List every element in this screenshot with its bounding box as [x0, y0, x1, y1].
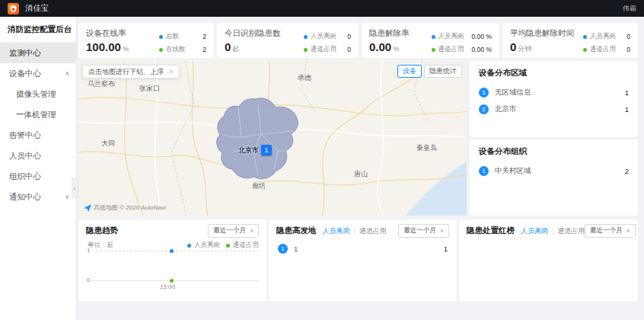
sidebar-item-device-center[interactable]: 设备中心∧ — [0, 63, 76, 84]
metric-value: 2 — [195, 33, 206, 40]
panel-title: 隐患高发地 — [276, 226, 317, 236]
sidebar-item-notification-center[interactable]: 通知中心∨ — [0, 187, 76, 207]
tooltip-close-icon[interactable]: × — [169, 68, 174, 76]
metric-online: 在线数2 — [159, 45, 206, 54]
map-label-chengde: 承德 — [298, 73, 311, 83]
panel-hazard-hotspot: 隐患高发地 人员离岗 | 通道占用 最近一个月∨ 1 1 1 — [269, 219, 457, 302]
grid-line — [92, 251, 259, 251]
row-value: 1 — [444, 245, 448, 253]
chevron-down-icon: ∨ — [65, 187, 69, 207]
panel-device-org: 设备分布组织 1 中关村区域 2 — [470, 139, 638, 216]
map-mode-toggle: 设备 隐患统计 — [397, 65, 462, 78]
green-dot-icon — [583, 48, 587, 52]
stat-title: 隐患解除率 — [369, 28, 410, 39]
map-label-datong: 大同 — [101, 139, 115, 149]
caret-down-icon: ∨ — [440, 228, 444, 234]
panel-title: 设备分布区域 — [470, 61, 638, 84]
hotspot-row: 1 1 1 — [269, 240, 457, 257]
stat-unit: 分钟 — [518, 45, 531, 53]
map-toggle-hazard-stats-button[interactable]: 隐患统计 — [424, 65, 462, 78]
tab-passage-occupied[interactable]: 通道占用 — [557, 226, 585, 236]
sidebar-item-monitor-center[interactable]: 监测中心 — [0, 43, 76, 63]
hotspot-range-select[interactable]: 最近一个月∨ — [398, 224, 449, 238]
marker-name: 北京市 — [238, 146, 259, 155]
top-bar: 消佳宝 伟霸 — [0, 0, 644, 17]
row-value: 1 — [625, 105, 629, 114]
metric-passage-occupied: 通道占用0 — [583, 45, 630, 54]
panel-hazard-trend: 隐患趋势 最近一个月∨ 单位：起 人员离岗 通道占用 1 0 15:00 — [78, 219, 266, 302]
sidebar-item-alarm-center[interactable]: 告警中心 — [0, 125, 76, 146]
panel-device-region: 设备分布区域 1 无区域信息 1 2 北京市 1 — [470, 61, 638, 137]
metric-value: 0 — [340, 46, 351, 53]
tab-person-leave[interactable]: 人员离岗 — [521, 226, 548, 236]
green-dot-icon — [304, 48, 308, 52]
map-canvas[interactable]: 点击地图进行下钻、上浮 × 设备 隐患统计 乌兰察布 张家口 承德 大同 秦皇岛… — [78, 61, 467, 216]
tab-passage-occupied[interactable]: 通道占用 — [359, 226, 387, 236]
metric-value: 0 — [340, 33, 351, 40]
caret-down-icon: ∨ — [250, 228, 253, 234]
stat-unit: 起 — [232, 45, 239, 53]
sidebar-title: 消防监控配置后台 — [0, 17, 76, 43]
org-row: 1 中关村区域 2 — [470, 162, 638, 179]
map-label-tangshan: 唐山 — [354, 169, 368, 179]
blue-dot-icon — [304, 35, 308, 39]
row-value: 2 — [625, 167, 629, 175]
redlist-range-select[interactable]: 最近一个月∨ — [585, 224, 636, 238]
stat-card-device-online-rate: 设备在线率 100.00% 总数2 在线数2 — [78, 23, 214, 58]
green-dot-icon — [432, 48, 435, 52]
brand-name: 消佳宝 — [25, 3, 49, 14]
trend-legend: 人员离岗 通道占用 — [187, 241, 259, 250]
stat-value: 0起 — [225, 40, 281, 54]
green-dot-icon — [159, 48, 163, 52]
beijing-marker[interactable]: 北京市 1 — [238, 145, 272, 155]
user-menu[interactable]: 伟霸 — [623, 4, 636, 14]
metric-passage-occupied: 通道占用0 — [304, 45, 351, 54]
metric-passage-occupied: 通道占用0.00 % — [432, 45, 492, 54]
panel-title: 隐患趋势 — [86, 226, 118, 236]
row-name: 中关村区域 — [495, 166, 531, 176]
sidebar-item-personnel-center[interactable]: 人员中心 — [0, 146, 76, 166]
sidebar-collapse-handle[interactable]: ‹ — [72, 178, 78, 198]
y-axis-label-top: 1 — [87, 247, 90, 254]
collapse-icon: ‹ — [74, 184, 76, 192]
stat-title: 平均隐患解除时间 — [510, 28, 574, 39]
rank-badge: 1 — [479, 166, 489, 176]
autonavi-icon — [84, 204, 91, 212]
metric-value: 0 — [619, 33, 630, 40]
map-label-zhangjiakou: 张家口 — [139, 84, 160, 94]
green-dot-icon — [226, 244, 230, 248]
blue-dot-icon — [432, 35, 435, 39]
stat-unit: % — [123, 45, 129, 53]
stat-unit: % — [393, 45, 399, 53]
marker-count-badge: 1 — [261, 145, 272, 155]
blue-dot-icon — [583, 35, 587, 39]
caret-down-icon: ∨ — [626, 228, 630, 234]
stat-value: 0.00% — [369, 40, 410, 53]
metric-value: 2 — [195, 46, 206, 53]
rank-badge: 2 — [479, 104, 489, 114]
tab-divider: | — [354, 227, 355, 235]
metric-value: 0.00 % — [464, 46, 492, 53]
metric-person-leave: 人员离岗0 — [583, 32, 630, 41]
sidebar-item-aio-management[interactable]: 一体机管理 — [0, 104, 76, 125]
trend-range-select[interactable]: 最近一个月∨ — [208, 224, 259, 238]
row-name: 北京市 — [495, 104, 517, 114]
sidebar-item-organization-center[interactable]: 组织中心 — [0, 166, 76, 187]
brand-logo-flame-icon — [8, 3, 19, 14]
data-point-person-leave — [170, 249, 174, 253]
map-toggle-device-button[interactable]: 设备 — [397, 65, 422, 78]
y-axis-label-bottom: 0 — [87, 277, 90, 283]
row-value: 1 — [625, 88, 629, 97]
drill-tooltip-text: 点击地图进行下钻、上浮 — [88, 67, 164, 77]
x-tick-label: 15:00 — [160, 283, 175, 290]
sidebar-item-camera-management[interactable]: 摄像头管理 — [0, 84, 76, 104]
map-label-wulanchabu: 乌兰察布 — [88, 79, 115, 89]
panel-hazard-redlist: 隐患处置红榜 人员离岗 | 通道占用 最近一个月∨ — [459, 219, 638, 302]
blue-dot-icon — [187, 244, 191, 248]
map-label-langfang: 廊坊 — [252, 181, 266, 191]
sidebar: 消防监控配置后台 监测中心 设备中心∧ 摄像头管理 一体机管理 告警中心 人员中… — [0, 17, 76, 320]
data-point-passage-occupied — [170, 279, 174, 283]
tab-divider: | — [552, 227, 553, 235]
metric-person-leave: 人员离岗0 — [304, 32, 351, 41]
tab-person-leave[interactable]: 人员离岗 — [323, 226, 350, 236]
